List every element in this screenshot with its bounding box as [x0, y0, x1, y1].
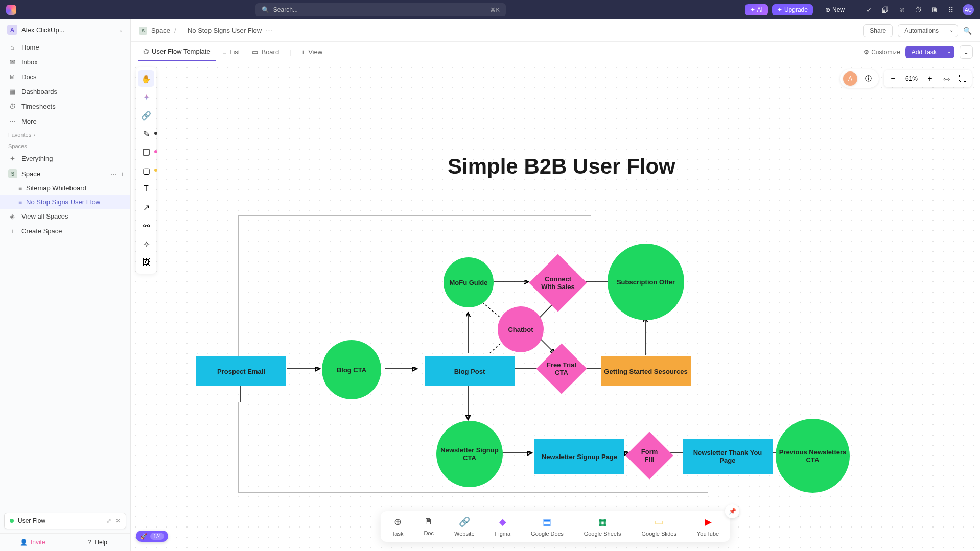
doc-icon: 🗎: [424, 516, 433, 527]
add-view-button[interactable]: +View: [296, 43, 328, 61]
dock-website[interactable]: 🔗Website: [454, 516, 475, 537]
customize-button[interactable]: ⚙Customize: [864, 49, 900, 56]
upgrade-button[interactable]: ✦ Upgrade: [772, 4, 813, 15]
view-more-button[interactable]: ⌄: [960, 45, 973, 59]
nav-docs[interactable]: 🗎Docs: [0, 69, 130, 84]
dock-google-sheets[interactable]: ▦Google Sheets: [584, 516, 621, 537]
zoom-out-button[interactable]: −: [886, 71, 900, 86]
header-search-icon[interactable]: 🔍: [963, 27, 972, 35]
node-newsletter-signup-page[interactable]: Newsletter Signup Page: [534, 439, 624, 474]
view-all-spaces[interactable]: ◈View all Spaces: [0, 209, 130, 224]
node-blog-post[interactable]: Blog Post: [425, 356, 515, 386]
list-sitemap-whiteboard[interactable]: ≡Sitemap Whiteboard: [0, 181, 130, 195]
whiteboard-toolbar: ✋ ✦ 🔗 ✎ ▢ T ↗ ⚯ ✧ 🖼: [136, 67, 156, 274]
user-avatar[interactable]: AC: [963, 4, 974, 15]
new-button[interactable]: ⊕ New: [820, 4, 850, 15]
connector-tool[interactable]: ↗: [138, 199, 154, 215]
ai-button[interactable]: ✦ AI: [745, 4, 768, 15]
space-row[interactable]: S Space ⋯+: [0, 166, 130, 181]
node-newsletter-thank-you[interactable]: Newsletter Thank You Page: [683, 439, 773, 474]
nav-everything[interactable]: ✦Everything: [0, 151, 130, 166]
nav-timesheets[interactable]: ⏱Timesheets: [0, 99, 130, 114]
timer-icon[interactable]: ⏱: [914, 5, 923, 14]
user-flow-toast: User Flow ⤢✕: [4, 513, 126, 529]
help-button[interactable]: ?Help: [65, 534, 131, 551]
breadcrumb-space[interactable]: Space: [151, 27, 170, 34]
dock-google-slides[interactable]: ▭Google Slides: [641, 516, 676, 537]
space-more-icon[interactable]: ⋯: [110, 170, 117, 178]
expand-icon[interactable]: ⤢: [106, 517, 111, 524]
node-blog-cta[interactable]: Blog CTA: [322, 340, 381, 399]
node-getting-started[interactable]: Getting Started Sesources: [601, 356, 691, 386]
automations-caret[interactable]: ⌄: [945, 24, 958, 37]
whiteboard-canvas[interactable]: ✋ ✦ 🔗 ✎ ▢ T ↗ ⚯ ✧ 🖼 A ⓘ − 61% + ⇿ ⛶: [131, 62, 980, 551]
list-no-stop-signs[interactable]: ≡No Stop Signs User Flow: [0, 195, 130, 209]
close-icon[interactable]: ✕: [115, 517, 121, 524]
space-add-icon[interactable]: +: [120, 170, 124, 178]
dock-google-docs[interactable]: ▤Google Docs: [531, 516, 564, 537]
global-search[interactable]: 🔍 Search... ⌘K: [255, 3, 506, 16]
hand-tool[interactable]: ✋: [138, 70, 154, 87]
workspace-switcher[interactable]: A Alex ClickUp... ⌄: [0, 19, 130, 40]
magic-tool[interactable]: ✧: [138, 236, 154, 252]
list-icon: ≡: [18, 185, 22, 192]
view-all-icon: ◈: [8, 212, 16, 220]
zoom-in-button[interactable]: +: [923, 71, 937, 86]
node-subscription-offer[interactable]: Subscription Offer: [608, 244, 684, 320]
nav-more[interactable]: ⋯More: [0, 114, 130, 129]
dock-pin-button[interactable]: 📌: [725, 504, 739, 518]
check-icon[interactable]: ✓: [865, 5, 874, 14]
note-icon[interactable]: 🗎: [930, 5, 939, 14]
sticky-tool[interactable]: ▢: [138, 162, 154, 179]
link-tool[interactable]: 🔗: [138, 107, 154, 124]
dashboards-icon: ▦: [8, 88, 16, 95]
dock-figma[interactable]: ◆Figma: [495, 516, 511, 537]
text-tool[interactable]: T: [138, 181, 154, 197]
zoom-controls: − 61% + ⇿ ⛶: [884, 70, 972, 87]
gslides-icon: ▭: [655, 516, 663, 528]
video-icon[interactable]: ⎚: [897, 5, 906, 14]
nav-inbox[interactable]: ✉Inbox: [0, 55, 130, 69]
share-button[interactable]: Share: [863, 24, 893, 37]
create-space[interactable]: +Create Space: [0, 224, 130, 238]
list-icon: ≡: [180, 28, 183, 34]
invite-button[interactable]: 👤Invite: [0, 534, 65, 551]
dock-doc[interactable]: 🗎Doc: [424, 516, 434, 537]
add-task-caret[interactable]: ⌄: [943, 46, 954, 58]
ai-tool[interactable]: ✦: [138, 89, 154, 105]
dock-youtube[interactable]: ▶YouTube: [697, 516, 719, 537]
app-logo[interactable]: [6, 5, 16, 15]
node-previous-newsletters[interactable]: Previous Newsletters CTA: [776, 419, 850, 493]
nav-dashboards[interactable]: ▦Dashboards: [0, 84, 130, 99]
image-tool[interactable]: 🖼: [138, 254, 154, 271]
fit-width-button[interactable]: ⇿: [939, 71, 953, 86]
tab-list[interactable]: ≡List: [218, 43, 245, 61]
node-chatbot[interactable]: Chatbot: [498, 306, 544, 352]
tab-board[interactable]: ▭Board: [247, 43, 284, 61]
automations-button[interactable]: Automations: [898, 24, 945, 37]
more-icon: ⋯: [8, 117, 16, 125]
node-newsletter-signup-cta[interactable]: Newsletter Signup CTA: [436, 421, 503, 487]
nav-home[interactable]: ⌂Home: [0, 40, 130, 55]
fullscreen-button[interactable]: ⛶: [955, 71, 970, 86]
breadcrumb-page[interactable]: No Stop Signs User Flow: [188, 27, 262, 34]
whiteboard-icon: ⌬: [143, 47, 149, 55]
breadcrumb-more-icon[interactable]: ⋯: [266, 27, 272, 34]
shape-tool[interactable]: [138, 144, 154, 160]
gsheets-icon: ▦: [598, 516, 607, 528]
info-button[interactable]: ⓘ: [861, 71, 876, 86]
diagram-title[interactable]: Simple B2B User Flow: [448, 154, 675, 179]
dock-task[interactable]: ⊕Task: [392, 516, 404, 537]
pen-tool[interactable]: ✎: [138, 126, 154, 142]
apps-icon[interactable]: ⠿: [946, 5, 955, 14]
add-task-button[interactable]: Add Task: [905, 46, 943, 58]
node-prospect-email[interactable]: Prospect Email: [196, 356, 286, 386]
clipboard-icon[interactable]: 🗐: [881, 5, 890, 14]
node-mofu-guide[interactable]: MoFu Guide: [444, 257, 494, 307]
tab-user-flow-template[interactable]: ⌬User Flow Template: [138, 42, 216, 61]
presence-avatar[interactable]: A: [843, 71, 857, 86]
youtube-icon: ▶: [705, 516, 712, 528]
favorites-label[interactable]: Favorites ›: [0, 129, 130, 140]
onboarding-progress[interactable]: 🚀 1/4: [136, 531, 168, 542]
cluster-tool[interactable]: ⚯: [138, 218, 154, 234]
